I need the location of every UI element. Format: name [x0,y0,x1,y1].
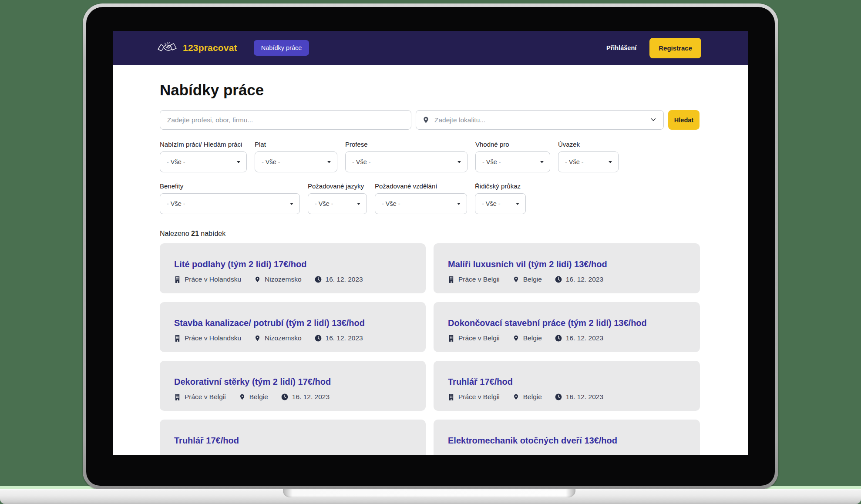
filter-select-value: - Vše - [565,158,584,165]
job-company: Práce v Holandsku [174,276,241,283]
job-location-text: Nizozemsko [265,334,301,342]
building-icon [448,393,454,400]
clock-icon [315,276,322,283]
filter-select-value: - Vše - [482,158,501,165]
register-button[interactable]: Registrace [649,38,701,58]
laptop-lid: 123pracovat Nabídky práce Přihlášení Reg… [83,3,778,489]
search-bar: Hledat [160,110,748,130]
job-title-link[interactable]: Dokončovací stavební práce (tým 2 lidí) … [448,317,691,329]
filter-select-value: - Vše - [352,158,371,165]
filter-profession-select[interactable]: - Vše - [345,151,467,172]
job-card[interactable]: Malíři luxusních vil (tým 2 lidí) 13€/ho… [434,243,700,293]
map-pin-icon [513,335,519,342]
job-meta: Práce v Belgii Belgie 16. 12. 2023 [448,393,691,401]
location-input[interactable] [416,110,664,130]
job-date: 16. 12. 2023 [555,334,603,342]
building-icon [448,335,454,342]
filter-offer-seek-select[interactable]: - Vše - [160,151,247,172]
filter-benefits-select[interactable]: - Vše - [160,193,300,214]
job-title-link[interactable]: Malíři luxusních vil (tým 2 lidí) 13€/ho… [448,259,691,270]
building-icon [174,276,181,283]
keyword-input[interactable] [160,110,411,130]
filter-label: Profese [345,141,467,148]
filter-education-select[interactable]: - Vše - [375,193,467,214]
results-count: Nalezeno 21 nabídek [160,230,748,238]
clock-icon [555,335,562,342]
browser-viewport: 123pracovat Nabídky práce Přihlášení Reg… [113,31,748,455]
job-card[interactable]: Truhlář 17€/hod Práce v Belgii Belgie [434,361,700,411]
filter-contract-type-select[interactable]: - Vše - [558,151,619,172]
map-pin-icon [239,393,246,400]
filter-select-value: - Vše - [262,158,280,165]
job-card[interactable]: Truhlář 17€/hod [160,420,426,455]
job-company: Práce v Belgii [174,393,226,401]
job-title-link[interactable]: Truhlář 17€/hod [448,376,691,387]
chevron-down-icon[interactable] [649,116,657,125]
filter-label: Plat [255,141,337,148]
map-pin-icon [254,276,261,283]
filter-group: Požadované jazyky - Vše - [308,182,367,214]
filter-suitable-for-select[interactable]: - Vše - [475,151,550,172]
filter-label: Požadované vzdělání [375,182,467,190]
job-company-text: Práce v Holandsku [185,334,241,342]
caret-down-icon [457,203,461,205]
filter-languages-select[interactable]: - Vše - [308,193,367,214]
job-meta: Práce v Holandsku Nizozemsko 16. 12. 202… [174,276,417,283]
caret-down-icon [357,203,360,205]
job-title-link[interactable]: Elektromechanik otočných dveří 13€/hod [448,435,691,446]
job-title-link[interactable]: Dekorativní stěrky (tým 2 lidí) 17€/hod [174,376,417,387]
page-content: Nabídky práce [113,80,748,455]
job-location: Belgie [513,276,542,283]
map-pin-icon [513,276,519,283]
job-location: Belgie [513,334,542,342]
filter-driving-license-select[interactable]: - Vše - [475,193,526,214]
job-title-link[interactable]: Truhlář 17€/hod [174,435,417,446]
laptop-base [0,489,861,504]
filter-label: Vhodné pro [475,141,550,148]
caret-down-icon [327,161,331,163]
job-card[interactable]: Dekorativní stěrky (tým 2 lidí) 17€/hod … [160,361,426,411]
job-company: Práce v Belgii [448,334,500,342]
caret-down-icon [457,161,461,163]
filter-label: Úvazek [558,141,619,148]
job-card[interactable]: Lité podlahy (tým 2 lidí) 17€/hod Práce … [160,243,426,293]
filter-select-value: - Vše - [167,158,185,165]
job-location: Belgie [513,393,542,401]
job-date: 16. 12. 2023 [555,276,603,283]
job-company-text: Práce v Belgii [185,393,226,401]
job-date: 16. 12. 2023 [281,393,330,401]
job-date-text: 16. 12. 2023 [292,393,330,401]
job-title-link[interactable]: Lité podlahy (tým 2 lidí) 17€/hod [174,259,417,270]
filter-label: Požadované jazyky [308,182,367,190]
job-date: 16. 12. 2023 [555,393,603,401]
job-card[interactable]: Dokončovací stavební práce (tým 2 lidí) … [434,302,700,352]
filter-group: Požadované vzdělání - Vše - [375,182,467,214]
map-pin-icon [513,393,519,400]
filter-group: Plat - Vše - [255,141,337,172]
filter-group: Profese - Vše - [345,141,467,172]
caret-down-icon [609,161,612,163]
filter-group: Úvazek - Vše - [558,141,619,172]
building-icon [174,335,181,342]
job-card[interactable]: Elektromechanik otočných dveří 13€/hod [434,420,700,455]
job-date-text: 16. 12. 2023 [566,334,603,342]
building-icon [174,393,181,400]
map-pin-icon [254,335,261,342]
job-card[interactable]: Stavba kanalizace/ potrubí (tým 2 lidí) … [160,302,426,352]
job-location-text: Belgie [523,276,542,283]
job-title-link[interactable]: Stavba kanalizace/ potrubí (tým 2 lidí) … [174,317,417,329]
job-date: 16. 12. 2023 [315,276,363,283]
filter-select-value: - Vše - [167,200,185,207]
filter-salary-select[interactable]: - Vše - [255,151,337,172]
search-button[interactable]: Hledat [668,110,700,130]
filter-group: Vhodné pro - Vše - [475,141,550,172]
scene: 123pracovat Nabídky práce Přihlášení Reg… [0,0,861,504]
login-link[interactable]: Přihlášení [606,44,636,51]
caret-down-icon [540,161,544,163]
nav-job-offers-button[interactable]: Nabídky práce [254,40,309,56]
filter-select-value: - Vše - [382,200,400,207]
job-company: Práce v Belgii [448,393,500,401]
clock-icon [555,393,562,400]
clock-icon [555,276,562,283]
job-location: Nizozemsko [254,276,301,283]
